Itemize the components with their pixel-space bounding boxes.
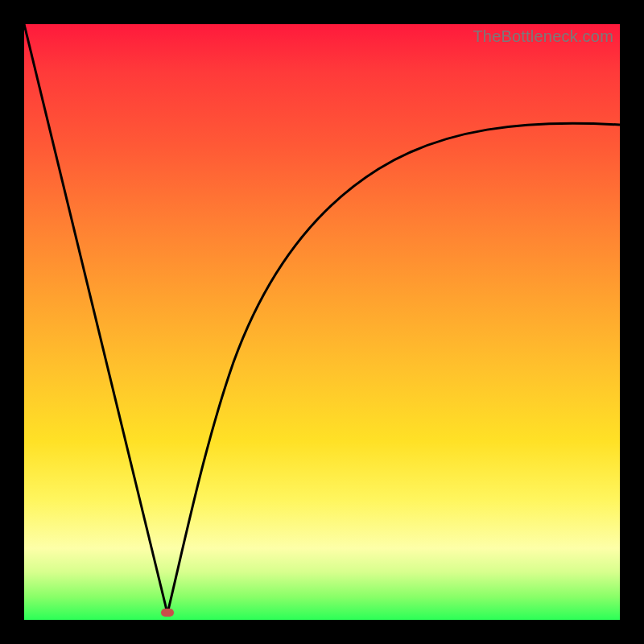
minimum-marker [161,609,174,617]
plot-area: TheBottleneck.com [24,24,620,620]
chart-frame: TheBottleneck.com [0,0,644,644]
curve-left-branch [24,24,167,613]
bottleneck-curve [24,24,620,620]
curve-right-branch [167,123,620,613]
